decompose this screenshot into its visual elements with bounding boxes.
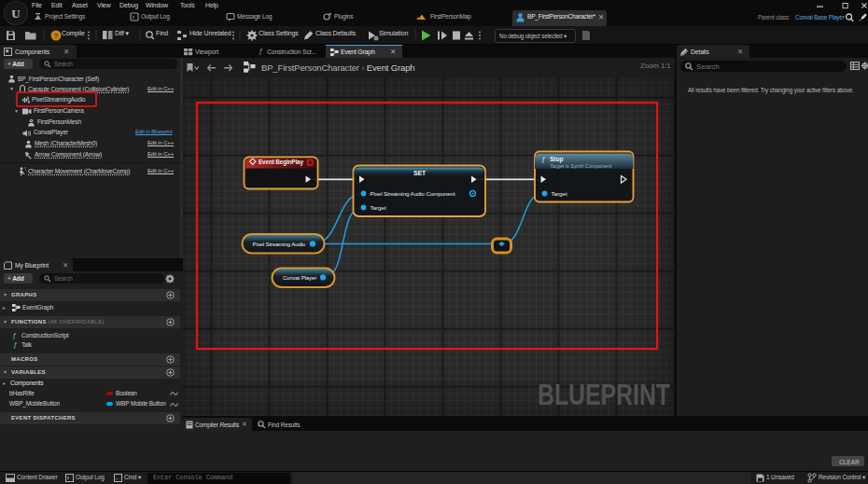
svg-text:Pixel Streaming Audio Componen: Pixel Streaming Audio Component <box>371 190 456 197</box>
svg-text:Convai Player: Convai Player <box>283 275 316 281</box>
svg-text:SET: SET <box>413 170 427 176</box>
svg-text:Target: Target <box>371 204 386 211</box>
svg-text:?: ? <box>54 32 59 40</box>
svg-text:›: › <box>116 476 118 481</box>
svg-text:Event BeginPlay: Event BeginPlay <box>259 159 303 166</box>
svg-text:Target is Synth Component: Target is Synth Component <box>550 163 612 169</box>
svg-text:BLUEPRINT: BLUEPRINT <box>538 379 670 410</box>
svg-text:Pixel Streaming Audio: Pixel Streaming Audio <box>253 242 306 247</box>
svg-text:U: U <box>11 7 21 21</box>
svg-text:Stop: Stop <box>550 156 563 163</box>
svg-text:Target: Target <box>552 190 567 197</box>
svg-text:ƒ: ƒ <box>541 155 545 163</box>
